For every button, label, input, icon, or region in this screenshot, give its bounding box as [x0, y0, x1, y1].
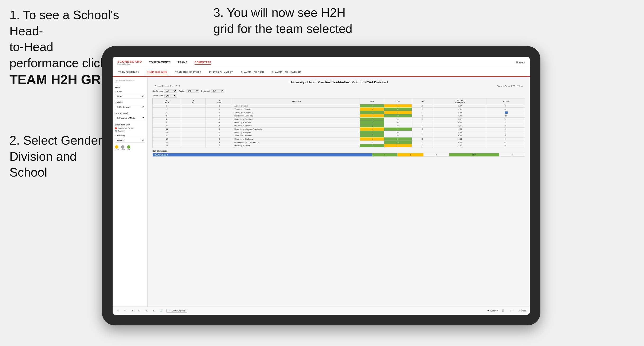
toolbar-watch[interactable]: 👁 Watch ▾	[487, 310, 498, 312]
sign-out-button[interactable]: Sign out	[516, 61, 525, 64]
table-cell: 2	[206, 138, 233, 141]
table-cell: 0	[384, 131, 412, 134]
sub-nav-team-h2h-grid[interactable]: TEAM H2H GRID	[146, 70, 168, 74]
toolbar-redo[interactable]: ↪	[123, 309, 128, 312]
filter-row: Conference (All) Region (All) Opponent	[152, 89, 525, 93]
table-cell: 1	[360, 121, 384, 124]
colour-by-label: Colour by	[115, 134, 145, 137]
sub-nav-team-summary[interactable]: TEAM SUMMARY	[117, 71, 140, 74]
th-rank: #Rank	[153, 98, 181, 104]
division-ii-name: NCAA Division II	[153, 153, 372, 157]
table-cell: -6.42	[433, 144, 487, 148]
table-cell: 4	[384, 108, 412, 111]
table-cell: 3	[153, 108, 181, 111]
table-cell: 9	[487, 104, 525, 108]
toolbar-undo[interactable]: ↩	[116, 309, 120, 312]
toolbar-icon1[interactable]: 💬	[500, 309, 506, 312]
toolbar-copy[interactable]: ❐	[137, 309, 142, 312]
th-conf: #Conf	[206, 98, 233, 104]
opponent-filter-label: Opponent	[201, 90, 210, 92]
toolbar-icon2[interactable]: ⋮⋮	[508, 309, 515, 312]
school-select[interactable]: 1. University of Nort...	[115, 116, 145, 120]
table-cell	[181, 134, 206, 138]
table-cell	[181, 138, 206, 141]
filter-group-region: Region (All)	[179, 89, 199, 93]
toolbar-back[interactable]: ◀	[130, 309, 134, 312]
table-cell: 2.29	[433, 111, 487, 114]
table-cell: 15	[153, 141, 181, 144]
table-cell: 1	[360, 114, 384, 118]
sub-nav-player-h2h-heatmap[interactable]: PLAYER H2H HEATMAP	[271, 71, 302, 74]
table-cell: 9	[487, 134, 525, 138]
opponents-played-radio[interactable]: Opponents Played	[115, 127, 145, 129]
table-cell: University of Virginia	[233, 131, 360, 134]
sub-nav: TEAM SUMMARY TEAM H2H GRID TEAM H2H HEAT…	[112, 68, 530, 77]
table-row: 105University of Alabama3002.618	[153, 124, 525, 128]
th-win: Win	[360, 98, 384, 104]
data-table: #Rank #Reg #Conf Opponent Win Loss Tie D…	[152, 98, 525, 148]
sidebar-school-label: School (Rank)	[115, 112, 145, 115]
th-loss: Loss	[384, 98, 412, 104]
div2-win: 1	[372, 153, 398, 157]
table-cell	[181, 141, 206, 144]
opponent-view-label: Opponent View	[115, 124, 145, 126]
nav-item-committee[interactable]: COMMITTEE	[194, 60, 212, 65]
conference-filter-select[interactable]: (All)	[164, 89, 177, 93]
toolbar-share[interactable]: ↗ Share	[518, 310, 526, 312]
table-cell: 1	[384, 144, 412, 148]
table-cell: 4.50	[433, 141, 487, 144]
table-cell: 1	[360, 118, 384, 121]
table-cell: 2	[384, 138, 412, 141]
table-cell: 0	[412, 144, 433, 148]
table-cell: 1.67	[433, 104, 487, 108]
sub-nav-player-h2h-grid[interactable]: PLAYER H2H GRID	[240, 71, 265, 74]
table-cell: 2	[360, 104, 384, 108]
top-100-radio[interactable]: Top 100	[115, 130, 145, 132]
logo-sub: Powered by clippi	[117, 63, 142, 65]
region-filter-select[interactable]: (All)	[186, 89, 199, 93]
sub-nav-team-h2h-heatmap[interactable]: TEAM H2H HEATMAP	[174, 71, 202, 74]
opponents-all-select[interactable]: (All)	[164, 94, 177, 98]
opponent-filter-select[interactable]: (All)	[211, 89, 224, 93]
region-filter-label: Region	[179, 90, 185, 92]
table-cell: 1.83	[433, 114, 487, 118]
toolbar-view[interactable]: 📄 View: Original	[166, 309, 187, 313]
gender-select[interactable]: Men's Women's	[115, 94, 145, 98]
table-cell: 5	[206, 124, 233, 128]
nav-item-teams[interactable]: TEAMS	[178, 60, 188, 65]
table-cell: 17	[487, 111, 525, 114]
table-cell: 0	[384, 121, 412, 124]
table-cell	[181, 111, 206, 114]
table-cell: University of Florida	[233, 144, 360, 148]
table-row: 93University of Arizona1009.002	[153, 121, 525, 124]
sub-nav-player-summary[interactable]: PLAYER SUMMARY	[208, 71, 234, 74]
table-row: 32Vanderbilt University040-2.298	[153, 108, 525, 111]
table-cell: 1	[384, 104, 412, 108]
table-row: 21Auburn University2101.679	[153, 104, 525, 108]
div2-loss: 0	[398, 153, 423, 157]
table-cell: 0	[360, 128, 384, 131]
table-cell: 3	[487, 118, 525, 121]
table-cell: 2.61	[433, 124, 487, 128]
colour-by-select[interactable]: Win/loss Margin	[115, 138, 145, 143]
opponent-radio-group: Opponents Played Top 100	[115, 127, 145, 132]
division-select[interactable]: NCAA Division I NCAA Division II	[115, 105, 145, 109]
table-cell: 3	[487, 131, 525, 134]
toolbar-cut[interactable]: ✂	[144, 309, 148, 312]
table-cell: 2.33	[433, 131, 487, 134]
table-cell: 2	[153, 104, 181, 108]
toolbar-clock[interactable]: 🕐	[158, 309, 164, 312]
table-row: 41Arizona State University5102.2917	[153, 111, 525, 114]
tablet-screen: SCOREBOARD Powered by clippi TOURNAMENTS…	[112, 57, 530, 315]
table-cell: 0	[360, 108, 384, 111]
nav-item-tournaments[interactable]: TOURNAMENTS	[149, 60, 171, 65]
table-cell: 3	[360, 144, 384, 148]
table-row: 82University of Washington1003.673	[153, 118, 525, 121]
table-cell: 11	[153, 128, 181, 131]
table-cell	[181, 144, 206, 148]
sidebar-timestamp: Last Updated: 27/03/2024 16:55:38	[115, 80, 145, 83]
toolbar-add[interactable]: ⊕	[152, 309, 156, 312]
out-of-division: Out of division NCAA Division II 1 0 0 2…	[152, 150, 525, 157]
colour-dot-level	[121, 145, 124, 149]
table-row: 121University of Virginia1002.333	[153, 131, 525, 134]
